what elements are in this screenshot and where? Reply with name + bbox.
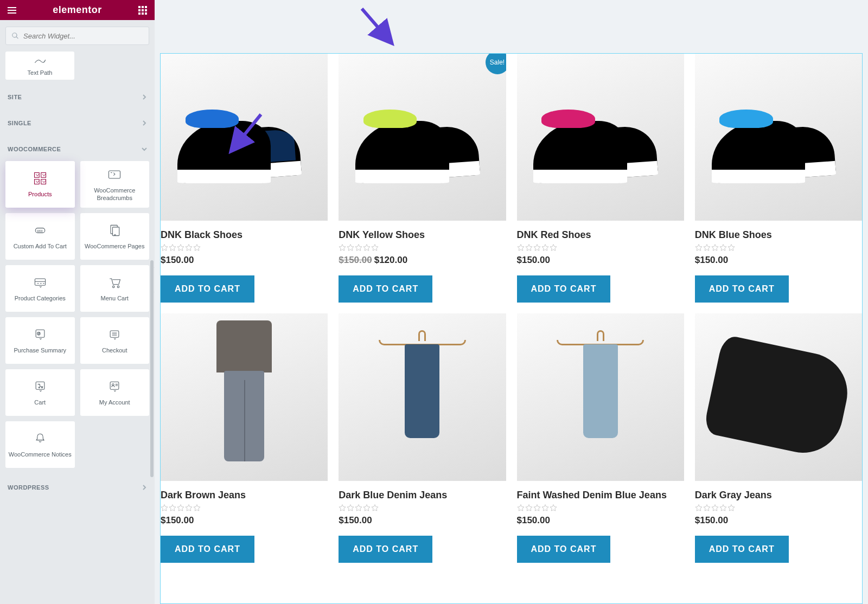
rating-stars <box>339 244 506 252</box>
widget-label: My Account <box>97 399 132 406</box>
svg-point-16 <box>39 387 40 388</box>
product-price: $150.00 <box>695 515 862 526</box>
section-wordpress[interactable]: WORDPRESS <box>5 473 149 499</box>
widget-label: Cart <box>32 399 48 406</box>
widget-wc-notices[interactable]: WooCommerce Notices <box>5 421 75 468</box>
section-label: WOOCOMMERCE <box>8 146 61 152</box>
section-single[interactable]: SINGLE <box>5 109 149 135</box>
product-card: Dark Blue Denim Jeans$150.00ADD TO CART <box>339 313 506 562</box>
widget-my-account[interactable]: My Account <box>80 369 150 416</box>
svg-point-19 <box>112 384 114 386</box>
widget-label: Custom Add To Cart <box>11 242 69 250</box>
checkout-icon <box>107 327 122 342</box>
product-card: DNK Red Shoes$150.00ADD TO CART <box>517 54 684 303</box>
widget-label: WooCommerce Breadcrumbs <box>80 187 150 202</box>
product-title[interactable]: Dark Brown Jeans <box>161 490 328 501</box>
product-image[interactable] <box>517 54 684 221</box>
product-price: $150.00 <box>161 515 328 526</box>
search-widget-box[interactable] <box>5 27 149 45</box>
widget-breadcrumbs[interactable]: WooCommerce Breadcrumbs <box>80 161 150 208</box>
svg-rect-14 <box>110 331 119 337</box>
add-to-cart-button[interactable]: ADD TO CART <box>695 536 789 563</box>
sidebar-scrollbar[interactable] <box>150 260 154 477</box>
product-title[interactable]: DNK Black Shoes <box>161 229 328 241</box>
rating-stars <box>161 504 328 512</box>
product-card: Sale!DNK Yellow Shoes$150.00$120.00ADD T… <box>339 54 506 303</box>
editor-canvas: DNK Black Shoes$150.00ADD TO CARTSale!DN… <box>155 0 868 604</box>
product-title[interactable]: Dark Gray Jeans <box>695 490 862 501</box>
svg-rect-9 <box>35 279 45 285</box>
widget-label: Checkout <box>100 346 129 354</box>
widget-menu-cart[interactable]: Menu Cart <box>80 265 150 312</box>
search-input[interactable] <box>23 32 143 40</box>
product-image[interactable] <box>517 313 684 480</box>
breadcrumbs-icon <box>107 167 122 182</box>
chevron-right-icon <box>142 120 147 126</box>
section-label: SINGLE <box>8 120 31 126</box>
widget-text-path[interactable]: Text Path <box>5 52 74 80</box>
widget-checkout[interactable]: Checkout <box>80 317 150 364</box>
product-image[interactable] <box>339 313 506 480</box>
product-image[interactable]: Sale! <box>339 54 506 221</box>
svg-point-17 <box>41 387 42 388</box>
product-price: $150.00 <box>339 515 506 526</box>
widget-wc-pages[interactable]: WooCommerce Pages <box>80 213 150 260</box>
product-image[interactable] <box>695 54 862 221</box>
custom-add-icon: W00 <box>33 223 48 238</box>
widget-product-categories[interactable]: Product Categories <box>5 265 75 312</box>
search-icon <box>11 32 19 40</box>
add-to-cart-button[interactable]: ADD TO CART <box>339 536 432 563</box>
add-to-cart-button[interactable]: ADD TO CART <box>695 275 789 303</box>
widget-purchase-summary[interactable]: Purchase Summary <box>5 317 75 364</box>
product-title[interactable]: Dark Blue Denim Jeans <box>339 490 506 501</box>
logo: elementor <box>53 4 102 16</box>
section-label: WORDPRESS <box>8 484 49 491</box>
product-card: DNK Blue Shoes$150.00ADD TO CART <box>695 54 862 303</box>
add-to-cart-button[interactable]: ADD TO CART <box>517 275 611 303</box>
product-card: DNK Black Shoes$150.00ADD TO CART <box>161 54 328 303</box>
rating-stars <box>161 244 328 252</box>
add-to-cart-button[interactable]: ADD TO CART <box>161 536 254 563</box>
apps-icon[interactable] <box>138 6 147 15</box>
widget-custom-add[interactable]: W00Custom Add To Cart <box>5 213 75 260</box>
product-card: Dark Gray Jeans$150.00ADD TO CART <box>695 313 862 562</box>
product-card: Faint Washed Denim Blue Jeans$150.00ADD … <box>517 313 684 562</box>
svg-point-11 <box>118 286 120 288</box>
cart-icon <box>33 379 48 394</box>
widget-cart[interactable]: Cart <box>5 369 75 416</box>
product-price: $150.00 <box>517 255 684 266</box>
rating-stars <box>517 244 684 252</box>
menu-cart-icon <box>107 275 122 290</box>
svg-text:W00: W00 <box>37 229 43 232</box>
elementor-sidebar: elementor Text Path SITE SINGLE <box>0 0 155 604</box>
product-title[interactable]: DNK Yellow Shoes <box>339 229 506 241</box>
product-card: Dark Brown Jeans$150.00ADD TO CART <box>161 313 328 562</box>
rating-stars <box>339 504 506 512</box>
product-title[interactable]: DNK Blue Shoes <box>695 229 862 241</box>
add-to-cart-button[interactable]: ADD TO CART <box>161 275 254 303</box>
product-price: $150.00 <box>161 255 328 266</box>
product-title[interactable]: DNK Red Shoes <box>517 229 684 241</box>
menu-icon[interactable] <box>8 7 16 14</box>
section-woocommerce[interactable]: WOOCOMMERCE <box>5 135 149 161</box>
widget-label: Purchase Summary <box>11 346 68 354</box>
product-price: $150.00 <box>517 515 684 526</box>
wc-notices-icon <box>33 431 48 446</box>
chevron-right-icon <box>142 94 147 100</box>
product-image[interactable] <box>695 313 862 480</box>
products-icon <box>33 171 48 186</box>
add-to-cart-button[interactable]: ADD TO CART <box>339 275 432 303</box>
widget-label: Text Path <box>28 69 53 76</box>
product-price: $150.00 <box>695 255 862 266</box>
section-site[interactable]: SITE <box>5 83 149 109</box>
product-title[interactable]: Faint Washed Denim Blue Jeans <box>517 490 684 501</box>
widget-products[interactable]: Products <box>5 161 75 208</box>
add-to-cart-button[interactable]: ADD TO CART <box>517 536 611 563</box>
woocommerce-widget-grid: ProductsWooCommerce BreadcrumbsW00Custom… <box>5 161 149 473</box>
purchase-summary-icon <box>33 327 48 342</box>
widget-label: Product Categories <box>12 294 68 302</box>
product-image[interactable] <box>161 313 328 480</box>
chevron-right-icon <box>142 485 147 490</box>
my-account-icon <box>107 379 122 394</box>
sale-badge: Sale! <box>486 54 506 74</box>
